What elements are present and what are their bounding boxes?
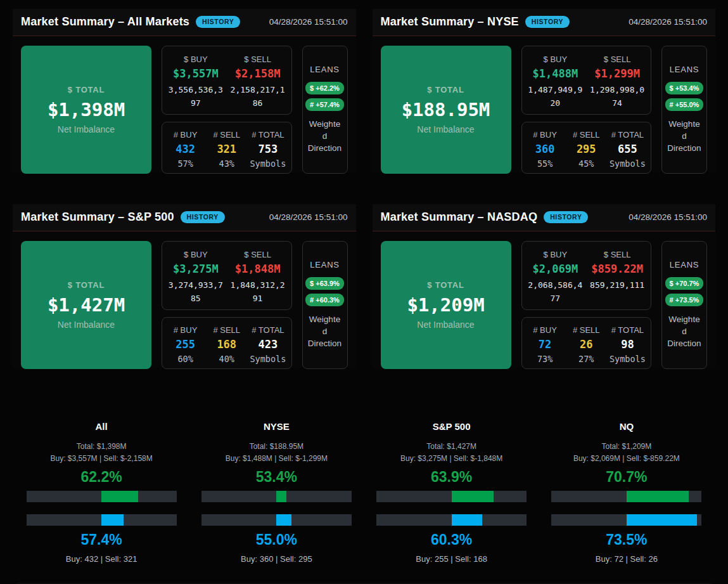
dollar-sell-raw: 1,298,998,074 bbox=[589, 84, 645, 110]
summary-panels-grid: Market Summary – All Markets HISTORY 04/… bbox=[13, 9, 715, 368]
dollar-imbalance-bar bbox=[376, 491, 527, 502]
leans-count-pill: # +60.3% bbox=[305, 294, 344, 306]
count-total-label: # TOTAL bbox=[607, 325, 648, 335]
gauge-dollar-pct: 63.9% bbox=[364, 469, 539, 486]
dollar-sell-cell: $ SELL $1,299M 1,298,998,074 bbox=[587, 55, 647, 110]
count-sell-pct: 43% bbox=[206, 159, 247, 169]
dollar-buy-sell-box: $ BUY $3,275M 3,274,933,785 $ SELL $1,84… bbox=[162, 241, 292, 310]
dollar-buy-value: $1,488M bbox=[526, 67, 585, 80]
dollar-buy-cell: $ BUY $1,488M 1,487,949,920 bbox=[526, 55, 585, 110]
count-buy-label: # BUY bbox=[165, 325, 206, 335]
dollar-imbalance-fill bbox=[101, 491, 138, 502]
leans-label: LEANS bbox=[670, 260, 699, 269]
count-buy-sell-box: # BUY 360 55% # SELL 295 45% # TOTAL 655 bbox=[521, 122, 652, 174]
dollar-buy-label: $ BUY bbox=[526, 55, 585, 64]
gauge-title: NQ bbox=[539, 421, 714, 432]
gauge-counts-line: Buy: 72 | Sell: 26 bbox=[539, 554, 714, 564]
count-total-cell: # TOTAL 98 Symbols bbox=[607, 325, 648, 365]
leans-label: LEANS bbox=[310, 65, 340, 74]
dollar-buy-raw: 1,487,949,920 bbox=[527, 84, 583, 110]
count-buy-cell: # BUY 432 57% bbox=[165, 130, 206, 169]
count-buy-label: # BUY bbox=[525, 130, 566, 140]
panel-timestamp: 04/28/2026 15:51:00 bbox=[269, 212, 348, 222]
count-total-value: 423 bbox=[247, 338, 288, 351]
leans-dollar-pill: $ +70.7% bbox=[665, 277, 704, 290]
count-buy-sell-box: # BUY 72 73% # SELL 26 27% # TOTAL 98 bbox=[521, 317, 652, 369]
panel-nasdaq: Market Summary – NASDAQ HISTORY 04/28/20… bbox=[373, 204, 716, 368]
gauge-buy-sell-line: Buy: $3,557M | Sell: $-2,158M bbox=[14, 454, 189, 463]
panel-header: Market Summary – S&P 500 HISTORY 04/28/2… bbox=[13, 204, 356, 231]
dollar-sell-label: $ SELL bbox=[228, 55, 288, 64]
count-buy-label: # BUY bbox=[525, 325, 566, 335]
dollar-sell-label: $ SELL bbox=[587, 250, 647, 259]
count-sell-value: 295 bbox=[566, 143, 607, 155]
total-label: $ TOTAL bbox=[427, 280, 464, 290]
history-button[interactable]: HISTORY bbox=[196, 16, 240, 28]
count-total-sub: Symbols bbox=[607, 354, 648, 364]
dollar-buy-sell-box: $ BUY $1,488M 1,487,949,920 $ SELL $1,29… bbox=[521, 46, 652, 115]
count-sell-label: # SELL bbox=[206, 325, 247, 335]
leans-dollar-pill: $ +53.4% bbox=[665, 82, 704, 94]
gauge-counts-line: Buy: 255 | Sell: 168 bbox=[364, 554, 539, 564]
history-button[interactable]: HISTORY bbox=[525, 16, 570, 28]
count-total-label: # TOTAL bbox=[247, 325, 288, 335]
dollar-imbalance-bar bbox=[551, 491, 701, 502]
panel-title: Market Summary – All Markets bbox=[21, 15, 189, 29]
count-buy-cell: # BUY 72 73% bbox=[525, 325, 566, 365]
leans-box: LEANS $ +63.9% # +60.3% Weighted Directi… bbox=[302, 241, 348, 369]
gauge-title: All bbox=[14, 421, 189, 432]
gauge-counts-line: Buy: 432 | Sell: 321 bbox=[14, 554, 189, 564]
dollar-sell-label: $ SELL bbox=[587, 55, 647, 64]
panel-sp500: Market Summary – S&P 500 HISTORY 04/28/2… bbox=[13, 204, 356, 368]
gauge-nyse: NYSE Total: $188.95M Buy: $1,488M | Sell… bbox=[189, 421, 364, 564]
count-sell-cell: # SELL 26 27% bbox=[566, 325, 607, 365]
dollar-buy-raw: 3,556,536,397 bbox=[168, 84, 224, 110]
dollar-buy-cell: $ BUY $3,557M 3,556,536,397 bbox=[166, 55, 226, 110]
panel-header: Market Summary – All Markets HISTORY 04/… bbox=[13, 9, 356, 36]
count-buy-value: 432 bbox=[165, 143, 206, 155]
dollar-imbalance-fill bbox=[276, 491, 286, 502]
dollar-sell-value: $2,158M bbox=[228, 67, 288, 80]
leans-box: LEANS $ +70.7% # +73.5% Weighted Directi… bbox=[661, 241, 707, 369]
gauge-title: NYSE bbox=[189, 421, 364, 432]
count-total-cell: # TOTAL 753 Symbols bbox=[247, 130, 288, 169]
leans-box: LEANS $ +62.2% # +57.4% Weighted Directi… bbox=[302, 46, 348, 174]
dollar-sell-cell: $ SELL $859.22M 859,219,111 bbox=[587, 250, 647, 306]
panel-body: $ TOTAL $188.95M Net Imbalance $ BUY $1,… bbox=[381, 46, 708, 172]
gauge-total-line: Total: $188.95M bbox=[189, 442, 364, 451]
total-value: $188.95M bbox=[402, 99, 490, 120]
count-total-cell: # TOTAL 423 Symbols bbox=[247, 325, 288, 365]
gauge-count-pct: 55.0% bbox=[189, 531, 364, 548]
history-button[interactable]: HISTORY bbox=[544, 211, 588, 223]
gauge-counts-line: Buy: 360 | Sell: 295 bbox=[189, 554, 364, 564]
net-imbalance-tile: $ TOTAL $188.95M Net Imbalance bbox=[381, 46, 511, 174]
count-imbalance-bar bbox=[376, 514, 527, 526]
count-buy-sell-box: # BUY 432 57% # SELL 321 43% # TOTAL 753 bbox=[162, 122, 292, 174]
total-value: $1,209M bbox=[407, 294, 484, 316]
gauge-total-line: Total: $1,398M bbox=[14, 442, 189, 451]
count-sell-pct: 27% bbox=[566, 354, 607, 364]
dollar-sell-raw: 2,158,217,186 bbox=[230, 84, 286, 110]
count-buy-value: 360 bbox=[525, 143, 566, 155]
count-buy-value: 72 bbox=[525, 338, 566, 351]
gauge-sp500: S&P 500 Total: $1,427M Buy: $3,275M | Se… bbox=[364, 421, 539, 564]
total-sub-label: Net Imbalance bbox=[58, 124, 115, 134]
count-imbalance-fill bbox=[452, 514, 483, 526]
dollar-buy-label: $ BUY bbox=[526, 250, 585, 259]
dollar-sell-value: $859.22M bbox=[587, 263, 647, 275]
count-sell-pct: 40% bbox=[206, 354, 247, 364]
gauges-grid: All Total: $1,398M Buy: $3,557M | Sell: … bbox=[13, 421, 715, 564]
gauge-nq: NQ Total: $1,209M Buy: $2,069M | Sell: $… bbox=[539, 421, 714, 564]
panel-header: Market Summary – NYSE HISTORY 04/28/2026… bbox=[373, 9, 716, 36]
net-imbalance-tile: $ TOTAL $1,427M Net Imbalance bbox=[21, 241, 151, 369]
dollar-buy-cell: $ BUY $2,069M 2,068,586,477 bbox=[526, 250, 585, 306]
history-button[interactable]: HISTORY bbox=[181, 211, 225, 223]
leans-caption: Weighted Direction bbox=[667, 314, 701, 350]
count-sell-cell: # SELL 168 40% bbox=[206, 325, 247, 365]
panel-timestamp: 04/28/2026 15:51:00 bbox=[629, 212, 707, 222]
dollar-buy-label: $ BUY bbox=[166, 250, 226, 259]
count-sell-cell: # SELL 295 45% bbox=[566, 130, 607, 169]
gauge-count-pct: 57.4% bbox=[14, 531, 189, 548]
count-total-label: # TOTAL bbox=[607, 130, 648, 140]
dollar-buy-raw: 3,274,933,785 bbox=[168, 279, 224, 306]
